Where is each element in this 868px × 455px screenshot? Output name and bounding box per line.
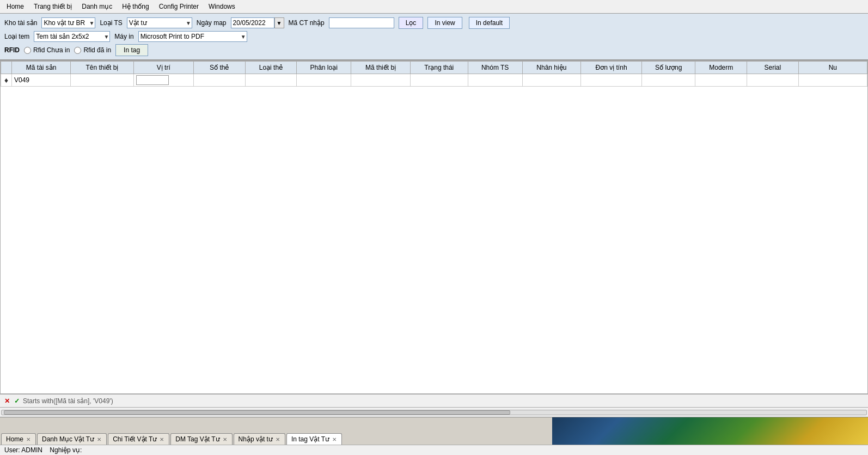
row-indicator: ♦ — [1, 74, 12, 87]
cell-nhom-ts[interactable] — [468, 74, 522, 87]
tab-dm-tag-close[interactable]: ✕ — [222, 436, 228, 442]
tab-danh-muc-close[interactable]: ✕ — [96, 436, 102, 442]
tab-in-tag-close[interactable]: ✕ — [332, 436, 337, 442]
tab-bar: Home ✕ Danh Mục Vật Tư ✕ Chi Tiết Vật Tư… — [0, 417, 868, 445]
cell-so-the[interactable] — [193, 74, 245, 87]
data-table-container: Mã tài sản Tên thiết bị Vị trí Số thẻ Lo… — [0, 60, 868, 394]
rfid-da-in-radio[interactable]: Rfid đã in — [74, 46, 111, 54]
horizontal-scrollbar[interactable] — [0, 407, 868, 417]
col-serial[interactable]: Serial — [747, 62, 799, 74]
menubar: Home Trang thiết bị Danh mục Hệ thống Co… — [0, 0, 868, 14]
cell-ma-tai-san[interactable]: V049 — [12, 74, 71, 87]
col-trang-thai[interactable]: Trạng thái — [411, 62, 468, 74]
tab-chi-tiet-close[interactable]: ✕ — [159, 436, 164, 442]
cell-nu[interactable] — [798, 74, 867, 87]
menu-trang-thiet-bi[interactable]: Trang thiết bị — [29, 1, 76, 12]
col-ten-thiet-bi[interactable]: Tên thiết bị — [71, 62, 133, 74]
menu-config-printer[interactable]: Config Printer — [155, 1, 203, 12]
ngay-map-input[interactable] — [231, 17, 274, 28]
col-indicator — [1, 62, 12, 74]
rfid-da-in-label: Rfid đã in — [83, 46, 111, 54]
menu-danh-muc[interactable]: Danh mục — [77, 1, 117, 12]
kho-tai-san-dropdown[interactable]: Kho vật tư BR ▼ — [41, 17, 95, 28]
may-in-dropdown[interactable]: Microsoft Print to PDF ▼ — [138, 31, 247, 42]
tab-in-tag-vat-tu[interactable]: In tag Vật Tư ✕ — [286, 433, 342, 445]
loc-button[interactable]: Lọc — [399, 17, 424, 29]
cell-moderm[interactable] — [695, 74, 747, 87]
in-view-button[interactable]: In view — [427, 17, 462, 29]
ngay-map-calendar-btn[interactable]: ▼ — [274, 17, 284, 28]
loai-ts-select[interactable]: Vật tư — [127, 17, 192, 28]
kho-tai-san-label: Kho tài sản — [4, 19, 37, 27]
in-tag-button[interactable]: In tag — [115, 44, 148, 56]
scrollbar-thumb[interactable] — [4, 410, 510, 415]
rfid-chua-in-radio[interactable]: Rfid Chưa in — [24, 46, 70, 54]
tab-dm-tag-label: DM Tag Vật Tư — [175, 435, 219, 443]
ma-ct-nhap-input[interactable] — [329, 17, 394, 28]
cell-don-vi-tinh[interactable] — [581, 74, 642, 87]
tab-danh-muc-vat-tu[interactable]: Danh Mục Vật Tư ✕ — [37, 433, 107, 445]
rfid-chua-in-label: Rfid Chưa in — [33, 46, 70, 54]
ma-ct-nhap-label: Mã CT nhập — [289, 19, 325, 27]
tab-nhap-vat-tu[interactable]: Nhập vật tư ✕ — [234, 433, 285, 445]
cell-ten-thiet-bi[interactable] — [71, 74, 133, 87]
col-nhan-hieu[interactable]: Nhân hiệu — [522, 62, 580, 74]
rfid-section: RFID Rfid Chưa in Rfid đã in In tag — [4, 44, 864, 56]
cell-loai-the[interactable] — [245, 74, 297, 87]
vi-tri-input[interactable] — [136, 75, 169, 85]
loai-tem-dropdown[interactable]: Tem tài sản 2x5x2 ▼ — [34, 31, 110, 42]
table-row[interactable]: ♦ V049 — [1, 74, 867, 87]
col-moderm[interactable]: Moderm — [695, 62, 747, 74]
menu-windows[interactable]: Windows — [204, 1, 240, 12]
menu-he-thong[interactable]: Hệ thống — [118, 1, 153, 12]
col-nu[interactable]: Nu — [798, 62, 867, 74]
tab-home[interactable]: Home ✕ — [1, 433, 36, 445]
scrollbar-track[interactable] — [1, 410, 867, 415]
col-ma-thiet-bi[interactable]: Mã thiết bị — [351, 62, 411, 74]
cell-phan-loai[interactable] — [297, 74, 351, 87]
ngay-map-label: Ngày map — [197, 19, 227, 27]
kho-tai-san-select[interactable]: Kho vật tư BR — [41, 17, 95, 28]
filter-panel: Kho tài sản Kho vật tư BR ▼ Loại TS Vật … — [0, 14, 868, 60]
col-ma-tai-san[interactable]: Mã tài sản — [12, 62, 71, 74]
col-nhom-ts[interactable]: Nhóm TS — [468, 62, 522, 74]
table-header-row: Mã tài sản Tên thiết bị Vị trí Số thẻ Lo… — [1, 62, 867, 74]
cell-so-luong[interactable] — [642, 74, 695, 87]
tab-home-label: Home — [6, 435, 23, 443]
may-in-select[interactable]: Microsoft Print to PDF — [138, 31, 247, 42]
cell-ma-thiet-bi[interactable] — [351, 74, 411, 87]
in-default-button[interactable]: In default — [469, 17, 510, 29]
col-don-vi-tinh[interactable]: Đơn vị tính — [581, 62, 642, 74]
loai-ts-dropdown[interactable]: Vật tư ▼ — [127, 17, 192, 28]
user-label: User: — [4, 446, 20, 454]
tab-in-tag-label: In tag Vật Tư — [291, 435, 329, 443]
rfid-da-in-input[interactable] — [74, 47, 81, 54]
status-bar: ✕ ✓ Starts with([Mã tài sản], 'V049') — [0, 394, 868, 407]
cell-serial[interactable] — [747, 74, 799, 87]
tab-dm-tag-vat-tu[interactable]: DM Tag Vật Tư ✕ — [170, 433, 232, 445]
col-vi-tri[interactable]: Vị trí — [133, 62, 193, 74]
tab-nhap-vat-tu-close[interactable]: ✕ — [275, 436, 280, 442]
menu-home[interactable]: Home — [2, 1, 28, 12]
cell-vi-tri[interactable] — [133, 74, 193, 87]
col-phan-loai[interactable]: Phân loại — [297, 62, 351, 74]
tab-chi-tiet-vat-tu[interactable]: Chi Tiết Vật Tư ✕ — [108, 433, 169, 445]
loai-ts-label: Loại TS — [100, 19, 122, 27]
cell-trang-thai[interactable] — [411, 74, 468, 87]
filter-expression: Starts with([Mã tài sản], 'V049') — [23, 397, 113, 405]
footer-bar: User: ADMIN Nghiệp vụ: — [0, 445, 868, 455]
tab-home-close[interactable]: ✕ — [26, 436, 31, 442]
ngay-map-wrapper: ▼ — [231, 17, 284, 28]
loai-tem-label: Loại tem — [4, 33, 29, 40]
user-value: ADMIN — [21, 446, 42, 454]
nghiep-vu-label: Nghiệp vụ: — [50, 446, 82, 454]
loai-tem-select[interactable]: Tem tài sản 2x5x2 — [34, 31, 110, 42]
col-loai-the[interactable]: Loại thẻ — [245, 62, 297, 74]
cancel-filter-btn[interactable]: ✕ — [3, 397, 11, 405]
tab-danh-muc-label: Danh Mục Vật Tư — [42, 435, 94, 443]
cell-nhan-hieu[interactable] — [522, 74, 580, 87]
rfid-chua-in-input[interactable] — [24, 47, 31, 54]
col-so-the[interactable]: Số thẻ — [193, 62, 245, 74]
col-so-luong[interactable]: Số lượng — [642, 62, 695, 74]
confirm-filter-btn[interactable]: ✓ — [13, 397, 21, 405]
